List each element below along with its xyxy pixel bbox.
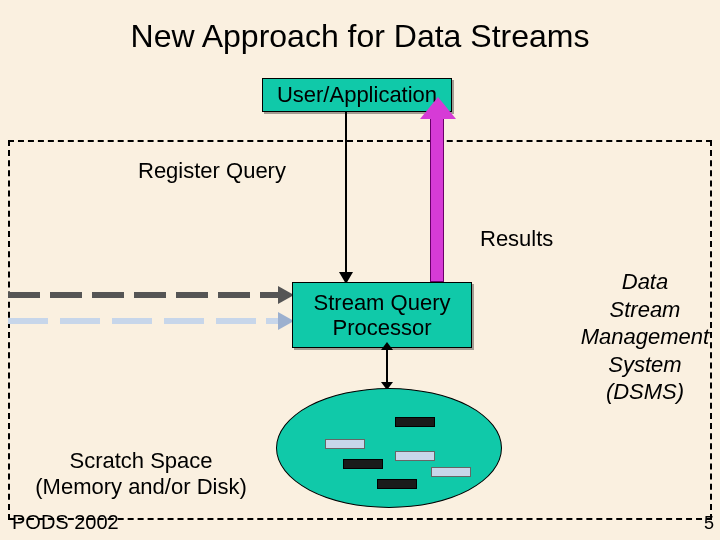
register-query-label: Register Query bbox=[138, 158, 286, 184]
dsms-line1: Data bbox=[622, 269, 668, 294]
register-query-arrow bbox=[345, 112, 347, 282]
data-chunk-icon bbox=[343, 459, 383, 469]
dsms-line2: Stream bbox=[610, 297, 681, 322]
dsms-line5: (DSMS) bbox=[606, 379, 684, 404]
slide-title: New Approach for Data Streams bbox=[0, 18, 720, 55]
data-chunk-icon bbox=[395, 451, 435, 461]
data-chunk-icon bbox=[325, 439, 365, 449]
stream-query-processor-box: Stream Query Processor bbox=[292, 282, 472, 348]
dsms-label: Data Stream Management System (DSMS) bbox=[580, 268, 710, 406]
scratch-space-label: Scratch Space (Memory and/or Disk) bbox=[26, 448, 256, 501]
page-number: 5 bbox=[704, 513, 714, 534]
results-label: Results bbox=[480, 226, 553, 252]
data-chunk-icon bbox=[377, 479, 417, 489]
footer-text: PODS 2002 bbox=[12, 511, 119, 534]
scratch-line2: (Memory and/or Disk) bbox=[35, 474, 246, 499]
data-chunk-icon bbox=[395, 417, 435, 427]
sqp-scratch-connector bbox=[386, 350, 388, 382]
dsms-line3: Management bbox=[581, 324, 709, 349]
scratch-line1: Scratch Space bbox=[69, 448, 212, 473]
scratch-store-ellipse bbox=[276, 388, 502, 508]
dsms-line4: System bbox=[608, 352, 681, 377]
sqp-label-line1: Stream Query bbox=[314, 290, 451, 315]
data-chunk-icon bbox=[431, 467, 471, 477]
sqp-label-line2: Processor bbox=[332, 315, 431, 340]
user-application-label: User/Application bbox=[277, 82, 437, 108]
results-arrow bbox=[430, 118, 444, 282]
